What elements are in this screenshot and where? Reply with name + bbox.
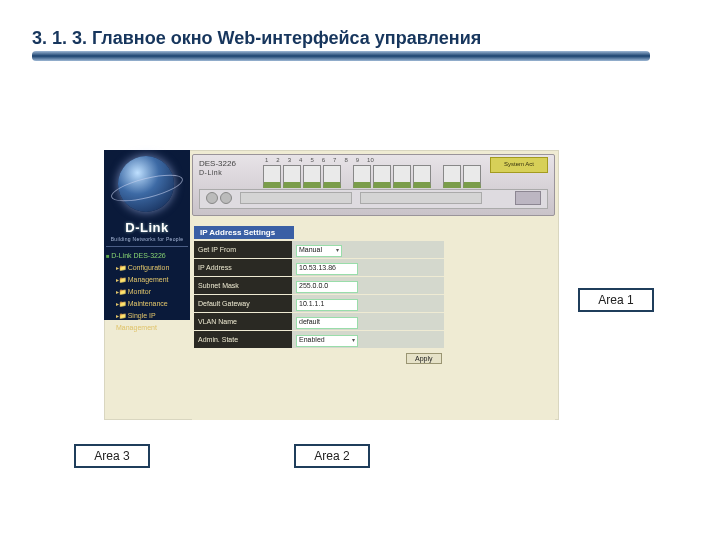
field-label: Admin. State xyxy=(194,331,292,349)
nav-tree-node[interactable]: Configuration xyxy=(106,262,188,274)
port-icon xyxy=(443,165,461,188)
table-row: Get IP From Manual xyxy=(194,241,444,259)
port-numbers: 12 34 56 78 910 xyxy=(265,157,374,163)
field-label: Subnet Mask xyxy=(194,277,292,295)
field-label: IP Address xyxy=(194,259,292,277)
panel-segment xyxy=(360,192,482,204)
device-controls-bar xyxy=(199,189,548,209)
nav-tree-node[interactable]: Monitor xyxy=(106,286,188,298)
panel-button xyxy=(515,191,541,205)
sidebar-divider xyxy=(106,246,188,247)
callout-area-2: Area 2 xyxy=(294,444,370,468)
port-icon xyxy=(323,165,341,188)
field-label: Get IP From xyxy=(194,241,292,259)
section-title: IP Address Settings xyxy=(194,226,294,239)
vlan-name-input[interactable]: default xyxy=(296,317,358,329)
get-ip-from-select[interactable]: Manual xyxy=(296,245,342,257)
ip-address-input[interactable]: 10.53.13.86 xyxy=(296,263,358,275)
default-gateway-input[interactable]: 10.1.1.1 xyxy=(296,299,358,311)
nav-tree-node[interactable]: Single IP Management xyxy=(106,310,188,334)
sidebar-brand: D-Link xyxy=(104,220,190,235)
table-row: VLAN Name default xyxy=(194,313,444,331)
device-model-label: DES-3226 D-Link xyxy=(199,159,236,177)
screenshot-frame: DES-3226 D-Link 12 34 56 78 910 xyxy=(104,150,559,420)
port-icon xyxy=(263,165,281,188)
knob-icon xyxy=(220,192,232,204)
port-icon xyxy=(353,165,371,188)
device-brand-label: D-Link xyxy=(199,169,222,176)
table-row: Default Gateway 10.1.1.1 xyxy=(194,295,444,313)
panel-segment xyxy=(240,192,352,204)
callout-area-1: Area 1 xyxy=(578,288,654,312)
nav-tree-node[interactable]: Management xyxy=(106,274,188,286)
field-label: Default Gateway xyxy=(194,295,292,313)
port-icon xyxy=(413,165,431,188)
table-row: Subnet Mask 255.0.0.0 xyxy=(194,277,444,295)
switch-ports xyxy=(263,165,483,188)
apply-button[interactable]: Apply xyxy=(406,353,442,364)
nav-tree: D-Link DES-3226 Configuration Management… xyxy=(106,250,188,334)
content-pane: IP Address Settings Get IP From Manual I… xyxy=(192,220,555,420)
port-icon xyxy=(283,165,301,188)
system-activity-box: System Act xyxy=(490,157,548,173)
nav-sidebar: D-Link Building Networks for People D-Li… xyxy=(104,150,190,320)
sidebar-brand-sub: Building Networks for People xyxy=(104,236,190,242)
knob-icon xyxy=(206,192,218,204)
port-icon xyxy=(393,165,411,188)
nav-tree-root[interactable]: D-Link DES-3226 xyxy=(106,250,188,262)
table-row: Admin. State Enabled xyxy=(194,331,444,349)
callout-area-3: Area 3 xyxy=(74,444,150,468)
subnet-mask-input[interactable]: 255.0.0.0 xyxy=(296,281,358,293)
table-row: IP Address 10.53.13.86 xyxy=(194,259,444,277)
nav-tree-node[interactable]: Maintenance xyxy=(106,298,188,310)
port-icon xyxy=(373,165,391,188)
admin-state-select[interactable]: Enabled xyxy=(296,335,358,347)
port-icon xyxy=(463,165,481,188)
ip-settings-table: Get IP From Manual IP Address 10.53.13.8… xyxy=(194,241,444,349)
device-panel: DES-3226 D-Link 12 34 56 78 910 xyxy=(192,154,555,216)
port-icon xyxy=(303,165,321,188)
slide-title: 3. 1. 3. Главное окно Web-интерфейса упр… xyxy=(32,28,696,49)
title-underline xyxy=(32,51,650,61)
field-label: VLAN Name xyxy=(194,313,292,331)
